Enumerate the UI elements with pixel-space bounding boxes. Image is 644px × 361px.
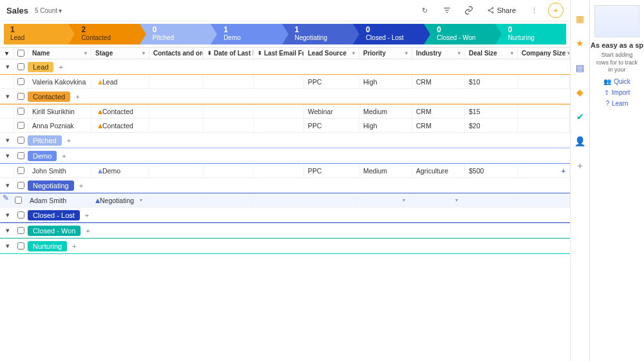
cell-stage[interactable]: Contacted [91,119,149,132]
collapse-toggle[interactable]: ▾ [1,151,14,160]
group-checkbox[interactable] [17,211,24,219]
cell-contacts[interactable] [149,75,204,88]
cell-deal[interactable]: $500 [465,164,518,177]
link-button[interactable] [461,3,477,18]
cell-contacts[interactable] [149,119,204,132]
add-row-in-group[interactable]: + [72,242,76,250]
col-priority[interactable]: Priority▾ [359,48,412,59]
collapse-toggle[interactable]: ▾ [1,63,14,71]
cell-stage[interactable]: Demo [91,164,149,177]
cell-from[interactable] [254,164,304,177]
cell-company[interactable] [518,119,570,132]
cell-name[interactable]: Valeria Kakovkina [28,75,91,88]
refresh-button[interactable]: ↻ [417,3,433,18]
cell-priority[interactable]: High [359,75,412,88]
collapse-toggle[interactable]: ▾ [1,181,14,190]
add-row-in-group[interactable]: + [85,211,89,219]
rail-icon-1[interactable]: ▦ [574,13,586,24]
funnel-step-contacted[interactable]: 2Contacted [68,24,139,44]
funnel-step-closed---lost[interactable]: 0Closed - Lost [353,24,424,44]
cell-date[interactable] [204,164,254,177]
cell-source[interactable]: PPC [304,119,359,132]
cell-industry[interactable]: CRM [412,104,465,118]
group-checkbox[interactable] [17,137,24,144]
group-checkbox[interactable] [17,63,24,70]
cell-from[interactable] [254,75,304,88]
col-source[interactable]: Lead Source▾ [304,48,359,59]
filter-button[interactable] [439,3,455,18]
table-row[interactable]: Valeria Kakovkina LeadPPCHighCRM$10 [0,75,570,89]
cell-deal[interactable]: $15 [465,104,518,118]
cell-date[interactable] [204,119,254,132]
cell-contacts[interactable] [149,104,204,118]
rail-add-icon[interactable]: + [574,160,586,171]
rail-icon-6[interactable]: 👤 [574,135,586,147]
cell-name[interactable]: John Smith [28,164,91,177]
group-tag[interactable]: Closed - Won [28,226,80,236]
side-action-import[interactable]: ⇪Import [604,89,630,96]
col-from[interactable]: ⬍Last Email From▾ [254,48,304,59]
funnel-step-closed---won[interactable]: 0Closed - Won [424,24,495,44]
expand-col-header[interactable]: ▾ [0,48,14,59]
add-row-in-group[interactable]: + [86,227,90,235]
funnel-step-nurturing[interactable]: 0Nurturing [495,24,566,44]
col-stage[interactable]: Stage▾ [91,48,149,59]
cell-from[interactable] [254,119,304,132]
cell-company[interactable] [518,75,570,88]
cell-priority[interactable]: Medium [359,104,412,118]
cell-industry[interactable]: Agriculture [412,164,465,177]
collapse-toggle[interactable]: ▾ [1,242,14,250]
rail-icon-2[interactable]: ★ [574,37,586,49]
collapse-toggle[interactable]: ▾ [1,136,14,144]
col-deal[interactable]: Deal Size▾ [465,48,518,59]
cell-name[interactable]: Kirill Skurikhin [28,104,91,118]
add-record-button[interactable]: + [548,3,564,18]
cell-date[interactable] [201,193,251,207]
funnel-step-lead[interactable]: 1Lead [4,24,68,44]
cell-industry[interactable]: ▾ [410,193,462,207]
add-row-in-group[interactable]: + [59,63,62,71]
group-checkbox[interactable] [17,93,24,100]
group-tag[interactable]: Lead [28,62,53,72]
row-trailing-plus[interactable]: + [562,167,565,175]
group-tag[interactable]: Pitched [28,135,62,146]
group-checkbox[interactable] [17,152,24,159]
cell-company[interactable] [515,193,570,207]
side-action-learn[interactable]: ?Learn [605,100,628,107]
cell-priority[interactable]: High [359,119,412,132]
add-row-in-group[interactable]: + [75,93,79,101]
group-tag[interactable]: Closed - Lost [28,210,80,220]
cell-stage[interactable]: Contacted [91,104,149,118]
cell-deal[interactable]: $20 [465,119,518,132]
group-tag[interactable]: Demo [28,151,57,161]
col-company[interactable]: Company Size▾ [518,48,570,59]
rail-icon-4[interactable]: ◆ [574,86,586,98]
table-row[interactable]: John Smith DemoPPCMediumAgriculture$500+ [0,164,570,178]
cell-source[interactable]: Webinar [304,104,359,118]
row-checkbox[interactable] [14,119,28,132]
cell-deal[interactable] [462,193,515,207]
funnel-step-negotiating[interactable]: 1Negotiating [282,24,353,44]
funnel-step-pitched[interactable]: 0Pitched [140,24,211,44]
cell-source[interactable] [301,193,357,207]
cell-source[interactable]: PPC [304,164,359,177]
cell-contacts[interactable] [147,193,201,207]
col-name[interactable]: Name▾ [28,48,91,59]
row-checkbox[interactable] [14,104,28,118]
cell-date[interactable] [204,104,254,118]
row-checkbox[interactable] [12,193,26,207]
side-action-quick[interactable]: 👥Quick [603,78,630,85]
row-checkbox[interactable] [14,75,28,88]
group-tag[interactable]: Nurturing [28,241,67,251]
group-tag[interactable]: Negotiating [28,180,74,191]
group-tag[interactable]: Contacted [28,92,70,102]
record-count-dropdown[interactable]: 5 Count ▾ [35,7,62,14]
col-industry[interactable]: Industry▾ [412,48,465,59]
group-checkbox[interactable] [17,242,24,249]
row-checkbox[interactable] [14,164,28,177]
col-contacts[interactable]: Contacts and organizations▾ [149,48,204,59]
cell-stage[interactable]: Lead [91,75,149,88]
collapse-toggle[interactable]: ▾ [1,226,14,235]
share-button[interactable]: Share [483,6,520,14]
add-row-in-group[interactable]: + [79,182,83,190]
